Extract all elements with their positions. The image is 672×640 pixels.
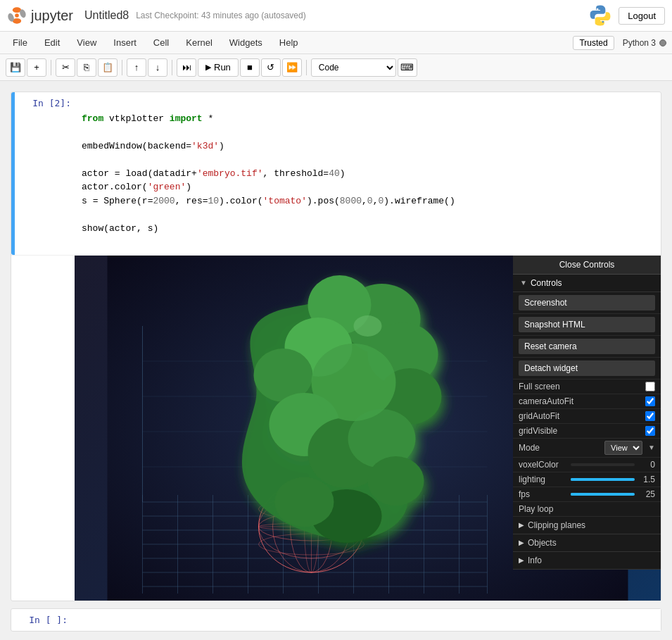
code-cell-1: In [2]: from vtkplotter import * embedWi… <box>11 92 661 601</box>
add-cell-button[interactable]: + <box>27 58 46 77</box>
visualization-output: Close Controls ▼ Controls Screenshot Sna… <box>75 256 661 601</box>
interrupt-button[interactable]: ■ <box>240 58 260 77</box>
play-loop-row: Play loop <box>513 502 661 517</box>
cell-code-editor[interactable]: from vtkplotter import * embedWindow(bac… <box>78 92 661 255</box>
3d-visualization-canvas[interactable]: Close Controls ▼ Controls Screenshot Sna… <box>75 256 661 601</box>
controls-header[interactable]: Close Controls <box>513 256 661 275</box>
mode-row: Mode View Edit ▼ <box>513 439 661 458</box>
menu-edit[interactable]: Edit <box>37 34 67 51</box>
grid-autofit-label: gridAutoFit <box>519 411 641 421</box>
svg-point-56 <box>354 315 382 337</box>
lighting-value: 1.5 <box>638 475 655 484</box>
camera-autofit-row: cameraAutoFit <box>513 394 661 409</box>
cell-output-area: Close Controls ▼ Controls Screenshot Sna… <box>11 255 661 601</box>
empty-cell-input[interactable] <box>75 609 661 631</box>
move-up-button[interactable]: ↑ <box>127 58 146 77</box>
menu-insert[interactable]: Insert <box>106 34 144 51</box>
camera-autofit-label: cameraAutoFit <box>519 396 641 406</box>
menu-widgets[interactable]: Widgets <box>222 34 270 51</box>
cell-type-select[interactable]: Code Markdown Raw NBConvert <box>311 58 396 77</box>
fps-row: fps 25 <box>513 487 661 502</box>
move-down-button[interactable]: ↓ <box>148 58 167 77</box>
collapse-arrow-icon: ▼ <box>520 279 527 287</box>
kernel-info: Python 3 <box>623 38 666 48</box>
voxelcolor-row: voxelColor 0 <box>513 458 661 472</box>
svg-point-55 <box>312 344 396 421</box>
reset-camera-row: Reset camera <box>513 336 661 358</box>
lighting-slider-track[interactable] <box>571 478 635 481</box>
toolbar-separator-1 <box>51 60 51 75</box>
run-button[interactable]: ▶ Run <box>198 58 239 77</box>
keyboard-shortcuts-button[interactable]: ⌨ <box>398 58 417 77</box>
run-step-button[interactable]: ⏭ <box>177 58 196 77</box>
copy-button[interactable]: ⎘ <box>77 58 96 77</box>
toolbar-separator-2 <box>122 60 122 75</box>
menu-help[interactable]: Help <box>272 34 305 51</box>
toolbar: 💾 + ✂ ⎘ 📋 ↑ ↓ ⏭ ▶ Run ■ ↺ ⏩ Code Markdow… <box>0 54 672 81</box>
menu-bar: File Edit View Insert Cell Kernel Widget… <box>0 32 672 54</box>
grid-visible-checkbox[interactable] <box>645 426 655 436</box>
svg-point-54 <box>275 477 334 527</box>
top-right-area: Logout <box>589 4 665 27</box>
kw-import: import <box>170 113 203 124</box>
fps-label: fps <box>519 489 568 499</box>
cell-input-prompt: In [2]: <box>15 92 78 255</box>
menu-cell[interactable]: Cell <box>146 34 176 51</box>
jupyter-text: jupyter <box>31 8 73 24</box>
voxelcolor-label: voxelColor <box>519 460 568 470</box>
info-arrow-icon: ▶ <box>519 556 524 564</box>
fps-slider-track[interactable] <box>571 493 635 496</box>
restart-run-button[interactable]: ⏩ <box>282 58 302 77</box>
logout-button[interactable]: Logout <box>619 7 665 25</box>
svg-point-4 <box>15 13 19 18</box>
lighting-slider-fill <box>571 478 609 481</box>
toolbar-separator-4 <box>306 60 307 75</box>
python-logo-icon <box>589 4 611 27</box>
clipping-planes-label: Clipping planes <box>528 520 585 530</box>
fn-embedwindow: embedWindow <box>82 141 142 151</box>
output-prompt <box>11 256 75 601</box>
menu-view[interactable]: View <box>70 34 103 51</box>
objects-arrow-icon: ▶ <box>519 539 524 546</box>
mode-dropdown-icon: ▼ <box>648 444 655 451</box>
play-loop-label: Play loop <box>519 504 655 514</box>
grid-visible-row: gridVisible <box>513 424 661 439</box>
trusted-badge: Trusted <box>573 36 614 50</box>
mode-select[interactable]: View Edit <box>604 441 642 455</box>
main-content: In [2]: from vtkplotter import * embedWi… <box>0 81 672 640</box>
screenshot-button[interactable]: Screenshot <box>519 295 655 310</box>
objects-section[interactable]: ▶ Objects <box>513 534 661 552</box>
clipping-planes-section[interactable]: ▶ Clipping planes <box>513 517 661 534</box>
mode-label: Mode <box>519 443 600 453</box>
detach-widget-button[interactable]: Detach widget <box>519 360 655 376</box>
lighting-label: lighting <box>519 475 568 484</box>
cut-button[interactable]: ✂ <box>56 58 75 77</box>
camera-autofit-checkbox[interactable] <box>645 396 655 406</box>
fps-slider-fill <box>571 493 603 496</box>
screenshot-row: Screenshot <box>513 292 661 314</box>
info-label: Info <box>528 556 542 565</box>
detach-widget-row: Detach widget <box>513 358 661 379</box>
notebook-title[interactable]: Untitled8 <box>84 9 129 22</box>
menu-kernel[interactable]: Kernel <box>179 34 220 51</box>
fullscreen-checkbox[interactable] <box>645 382 655 391</box>
snapshot-html-button[interactable]: Snapshot HTML <box>519 317 655 332</box>
toolbar-separator-3 <box>172 60 172 75</box>
import-star: * <box>208 113 213 124</box>
top-navbar: jupyter Untitled8 Last Checkpoint: 43 mi… <box>0 0 672 32</box>
save-button[interactable]: 💾 <box>6 58 25 77</box>
info-section[interactable]: ▶ Info <box>513 552 661 570</box>
menu-file[interactable]: File <box>6 34 34 51</box>
grid-autofit-checkbox[interactable] <box>645 411 655 421</box>
grid-visible-label: gridVisible <box>519 426 641 436</box>
controls-section[interactable]: ▼ Controls <box>513 275 661 292</box>
checkpoint-info: Last Checkpoint: 43 minutes ago (autosav… <box>136 11 305 20</box>
paste-button[interactable]: 📋 <box>98 58 118 77</box>
reset-camera-button[interactable]: Reset camera <box>519 339 655 354</box>
svg-point-5 <box>597 8 599 11</box>
restart-button[interactable]: ↺ <box>261 58 281 77</box>
svg-point-52 <box>368 456 424 506</box>
kernel-status-indicator <box>659 39 666 46</box>
fullscreen-row: Full screen <box>513 379 661 394</box>
jupyter-logo: jupyter <box>7 6 73 25</box>
